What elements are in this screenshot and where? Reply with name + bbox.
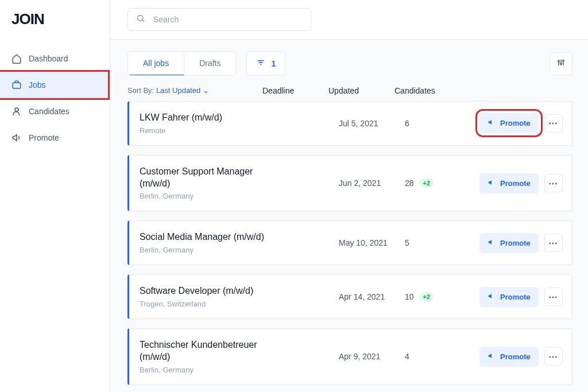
job-updated: May 10, 2021 xyxy=(339,238,405,247)
job-row[interactable]: Social Media Manager (m/w/d) Berlin, Ger… xyxy=(127,220,572,265)
svg-point-9 xyxy=(560,63,562,64)
sort-label: Sort By: xyxy=(127,86,154,95)
filter-count: 1 xyxy=(271,59,276,68)
tab-all-jobs[interactable]: All jobs xyxy=(128,52,184,76)
search-input[interactable] xyxy=(153,15,303,24)
candidate-count: 4 xyxy=(405,352,409,361)
job-info: Technischer Kundenbetreuer (m/w/d) Berli… xyxy=(140,339,273,374)
filter-icon xyxy=(256,58,265,69)
topbar xyxy=(110,0,588,40)
job-candidates: 6 xyxy=(405,119,479,128)
megaphone-icon xyxy=(488,118,496,128)
column-headers: Sort By: Last Updated ⌄ Deadline Updated… xyxy=(110,76,588,101)
job-title: Customer Support Manager (m/w/d) xyxy=(140,166,273,190)
job-actions: Promote ⋯ xyxy=(479,233,563,253)
dots-icon: ⋯ xyxy=(548,118,558,129)
job-actions: Promote ⋯ xyxy=(479,287,563,307)
job-actions: Promote ⋯ xyxy=(479,347,563,367)
promote-label: Promote xyxy=(500,239,531,247)
column-updated: Updated xyxy=(328,86,394,95)
jobs-list: LKW Fahrer (m/w/d) Remote Jul 5, 2021 6 … xyxy=(110,101,588,392)
main-content: All jobs Drafts 1 Sort By: Last Updated xyxy=(110,0,588,392)
adjust-button[interactable] xyxy=(550,52,572,75)
candidate-count: 10 xyxy=(405,292,414,301)
job-actions: Promote ⋯ xyxy=(479,173,563,193)
sidebar-item-jobs[interactable]: Jobs xyxy=(0,70,110,100)
megaphone-icon xyxy=(488,292,496,302)
job-row[interactable]: LKW Fahrer (m/w/d) Remote Jul 5, 2021 6 … xyxy=(127,101,572,146)
more-button[interactable]: ⋯ xyxy=(544,234,563,252)
svg-point-11 xyxy=(562,60,564,61)
logo: JOIN xyxy=(0,10,110,45)
job-candidates: 4 xyxy=(405,352,479,361)
candidate-count: 5 xyxy=(405,238,409,247)
megaphone-icon xyxy=(488,352,496,362)
megaphone-icon xyxy=(488,238,496,248)
sidebar-item-promote[interactable]: Promote xyxy=(0,125,110,151)
job-info: Social Media Manager (m/w/d) Berlin, Ger… xyxy=(140,231,273,254)
filter-button[interactable]: 1 xyxy=(246,51,285,76)
svg-point-1 xyxy=(15,108,18,111)
job-row[interactable]: Technischer Kundenbetreuer (m/w/d) Berli… xyxy=(127,328,572,385)
search-icon xyxy=(136,14,145,25)
sidebar: JOIN Dashboard Jobs Candidates Promote xyxy=(0,0,110,392)
job-location: Berlin, Germany xyxy=(140,192,273,200)
megaphone-icon xyxy=(11,133,22,143)
sidebar-item-label: Dashboard xyxy=(29,54,68,63)
sidebar-item-label: Candidates xyxy=(29,107,69,116)
delta-badge: +2 xyxy=(420,178,434,188)
svg-point-2 xyxy=(138,15,143,21)
job-candidates: 28 +2 xyxy=(405,178,479,188)
promote-button[interactable]: Promote xyxy=(479,173,539,193)
job-row[interactable]: Software Developer (m/w/d) Trogen, Switz… xyxy=(127,274,572,319)
promote-button[interactable]: Promote xyxy=(479,113,539,133)
job-candidates: 10 +2 xyxy=(405,292,479,301)
sidebar-item-label: Promote xyxy=(29,133,59,142)
job-location: Trogen, Switzerland xyxy=(140,300,273,308)
promote-label: Promote xyxy=(500,293,531,301)
sort-value: Last Updated xyxy=(156,86,200,95)
candidate-count: 28 xyxy=(405,178,414,188)
promote-label: Promote xyxy=(500,119,531,127)
promote-label: Promote xyxy=(500,179,531,188)
job-location: Berlin, Germany xyxy=(140,246,273,254)
controls-row: All jobs Drafts 1 xyxy=(110,40,588,76)
job-updated: Apr 9, 2021 xyxy=(339,352,405,361)
briefcase-icon xyxy=(11,80,22,90)
svg-rect-0 xyxy=(13,83,21,88)
dots-icon: ⋯ xyxy=(548,238,558,249)
candidate-count: 6 xyxy=(405,119,409,128)
column-deadline: Deadline xyxy=(262,86,328,95)
sidebar-item-dashboard[interactable]: Dashboard xyxy=(0,45,110,72)
promote-button[interactable]: Promote xyxy=(479,347,539,367)
sidebar-item-candidates[interactable]: Candidates xyxy=(0,98,110,125)
sliders-icon xyxy=(556,58,566,69)
house-icon xyxy=(11,53,22,64)
more-button[interactable]: ⋯ xyxy=(544,347,563,366)
column-candidates: Candidates xyxy=(394,86,435,95)
sort-dropdown[interactable]: Last Updated ⌄ xyxy=(156,86,209,95)
promote-label: Promote xyxy=(500,352,531,361)
tab-drafts[interactable]: Drafts xyxy=(184,52,235,75)
job-info: LKW Fahrer (m/w/d) Remote xyxy=(140,112,273,135)
job-title: Technischer Kundenbetreuer (m/w/d) xyxy=(140,339,273,363)
more-button[interactable]: ⋯ xyxy=(544,288,563,306)
job-actions: Promote ⋯ xyxy=(479,113,563,133)
dots-icon: ⋯ xyxy=(548,292,558,302)
promote-button[interactable]: Promote xyxy=(479,233,539,253)
tabs: All jobs Drafts xyxy=(127,51,236,76)
sort-by: Sort By: Last Updated ⌄ xyxy=(127,86,262,95)
dots-icon: ⋯ xyxy=(548,351,558,362)
search-box[interactable] xyxy=(127,8,311,31)
job-title: LKW Fahrer (m/w/d) xyxy=(140,112,273,124)
job-updated: Jul 5, 2021 xyxy=(339,119,405,128)
job-updated: Apr 14, 2021 xyxy=(339,292,405,301)
job-row[interactable]: Customer Support Manager (m/w/d) Berlin,… xyxy=(127,155,572,212)
job-updated: Jun 2, 2021 xyxy=(339,178,405,188)
svg-point-7 xyxy=(558,60,559,62)
job-title: Social Media Manager (m/w/d) xyxy=(140,231,273,243)
promote-button[interactable]: Promote xyxy=(479,287,539,307)
sidebar-item-label: Jobs xyxy=(29,80,46,90)
more-button[interactable]: ⋯ xyxy=(544,174,563,192)
more-button[interactable]: ⋯ xyxy=(544,114,563,133)
